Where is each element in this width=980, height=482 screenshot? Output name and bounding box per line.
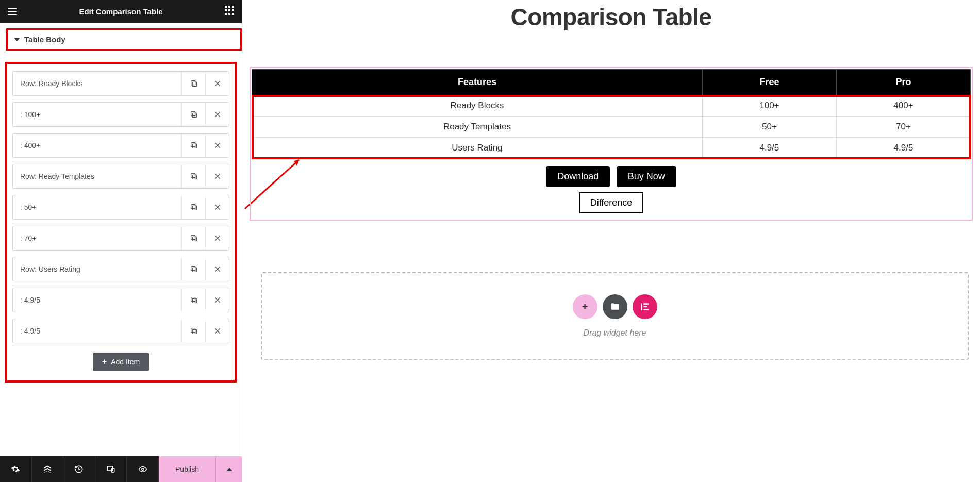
cell: 50+ xyxy=(702,117,836,138)
buy-now-button[interactable]: Buy Now xyxy=(617,166,676,187)
editor-panel: Edit Comparison Table Table Body Row: Re… xyxy=(0,0,242,482)
svg-rect-32 xyxy=(192,329,196,334)
header-pro: Pro xyxy=(836,70,970,95)
svg-rect-4 xyxy=(192,113,196,117)
repeater-item: Row: Ready Blocks xyxy=(12,71,229,96)
svg-rect-21 xyxy=(191,236,195,240)
plus-icon: + xyxy=(582,301,588,313)
remove-button[interactable] xyxy=(205,288,229,312)
duplicate-button[interactable] xyxy=(181,103,205,126)
comparison-widget[interactable]: Features Free Pro Ready Blocks 100+ 400+… xyxy=(250,67,973,221)
svg-rect-24 xyxy=(192,268,196,272)
drop-zone[interactable]: + Drag widget here xyxy=(261,272,969,360)
remove-button[interactable] xyxy=(205,164,229,188)
repeater-item: : 4.9/5 xyxy=(12,319,229,343)
repeater-item: Row: Users Rating xyxy=(12,257,229,281)
responsive-icon[interactable] xyxy=(95,456,127,482)
template-library-button[interactable] xyxy=(603,294,627,319)
publish-options-button[interactable] xyxy=(215,456,242,482)
add-item-button[interactable]: + Add Item xyxy=(93,353,149,371)
repeater-item: : 50+ xyxy=(12,195,229,220)
svg-rect-0 xyxy=(192,82,196,86)
navigator-icon[interactable] xyxy=(32,456,64,482)
duplicate-button[interactable] xyxy=(181,319,205,343)
duplicate-button[interactable] xyxy=(181,164,205,188)
ek-icon xyxy=(640,302,650,312)
table-row: Ready Blocks 100+ 400+ xyxy=(252,95,971,117)
add-item-label: Add Item xyxy=(111,358,140,366)
page-title: Comparison Table xyxy=(250,3,973,31)
table-body: Ready Blocks 100+ 400+ Ready Templates 5… xyxy=(252,95,971,159)
svg-rect-25 xyxy=(191,267,195,271)
table-header-row: Features Free Pro xyxy=(252,70,971,95)
duplicate-button[interactable] xyxy=(181,288,205,312)
settings-icon[interactable] xyxy=(0,456,32,482)
section-label: Table Body xyxy=(24,35,65,44)
add-section-button[interactable]: + xyxy=(573,294,597,319)
difference-button[interactable]: Difference xyxy=(579,192,644,213)
repeater-item-label[interactable]: : 4.9/5 xyxy=(13,319,181,343)
remove-button[interactable] xyxy=(205,103,229,126)
duplicate-button[interactable] xyxy=(181,72,205,95)
repeater-item: : 4.9/5 xyxy=(12,288,229,312)
folder-icon xyxy=(610,302,620,312)
history-icon[interactable] xyxy=(63,456,95,482)
svg-rect-29 xyxy=(191,297,195,302)
header-free: Free xyxy=(702,70,836,95)
cell: 400+ xyxy=(836,95,970,117)
repeater-item-label[interactable]: : 50+ xyxy=(13,195,181,219)
repeater-item-label[interactable]: Row: Users Rating xyxy=(13,257,181,281)
plus-icon: + xyxy=(102,358,107,366)
remove-button[interactable] xyxy=(205,72,229,95)
svg-rect-13 xyxy=(191,174,195,178)
repeater-item-label[interactable]: Row: Ready Templates xyxy=(13,164,181,188)
remove-button[interactable] xyxy=(205,226,229,250)
cell: 4.9/5 xyxy=(702,138,836,159)
svg-rect-12 xyxy=(192,175,196,179)
cell: Ready Blocks xyxy=(252,95,703,117)
comparison-table: Features Free Pro Ready Blocks 100+ 400+… xyxy=(252,69,971,159)
caret-up-icon xyxy=(226,468,232,471)
repeater-item-label[interactable]: : 100+ xyxy=(13,103,181,126)
svg-rect-1 xyxy=(191,81,195,85)
duplicate-button[interactable] xyxy=(181,257,205,281)
table-row: Ready Templates 50+ 70+ xyxy=(252,117,971,138)
remove-button[interactable] xyxy=(205,257,229,281)
remove-button[interactable] xyxy=(205,134,229,157)
svg-rect-43 xyxy=(643,306,647,308)
repeater-item-label[interactable]: : 400+ xyxy=(13,134,181,157)
header-features: Features xyxy=(252,70,703,95)
bottom-icons xyxy=(0,456,159,482)
cell: 100+ xyxy=(702,95,836,117)
preview-canvas: Comparison Table Features Free Pro Ready… xyxy=(242,0,980,482)
svg-rect-9 xyxy=(191,143,195,147)
section-table-body[interactable]: Table Body xyxy=(6,28,242,51)
editor-bottom-bar: Publish xyxy=(0,456,242,482)
remove-button[interactable] xyxy=(205,319,229,343)
download-button[interactable]: Download xyxy=(546,166,610,187)
duplicate-button[interactable] xyxy=(181,195,205,219)
svg-rect-20 xyxy=(192,237,196,241)
drop-zone-buttons: + xyxy=(573,294,657,319)
svg-rect-41 xyxy=(641,303,642,310)
svg-rect-33 xyxy=(191,328,195,333)
duplicate-button[interactable] xyxy=(181,134,205,157)
repeater-box: Row: Ready Blocks : 100+ : 400+ Row: Rea… xyxy=(5,62,237,383)
drop-zone-text: Drag widget here xyxy=(584,328,646,338)
svg-rect-17 xyxy=(191,205,195,209)
repeater-item-label[interactable]: : 70+ xyxy=(13,226,181,250)
cell: 4.9/5 xyxy=(836,138,970,159)
editor-title: Edit Comparison Table xyxy=(79,7,162,16)
svg-point-38 xyxy=(141,468,144,471)
publish-button[interactable]: Publish xyxy=(159,456,215,482)
preview-icon[interactable] xyxy=(127,456,159,482)
remove-button[interactable] xyxy=(205,195,229,219)
elementskit-button[interactable] xyxy=(633,294,657,319)
apps-grid-icon[interactable] xyxy=(223,6,236,18)
hamburger-icon[interactable] xyxy=(6,6,19,18)
repeater-item-label[interactable]: : 4.9/5 xyxy=(13,288,181,312)
svg-rect-16 xyxy=(192,206,196,210)
duplicate-button[interactable] xyxy=(181,226,205,250)
svg-rect-8 xyxy=(192,144,196,148)
repeater-item-label[interactable]: Row: Ready Blocks xyxy=(13,72,181,95)
